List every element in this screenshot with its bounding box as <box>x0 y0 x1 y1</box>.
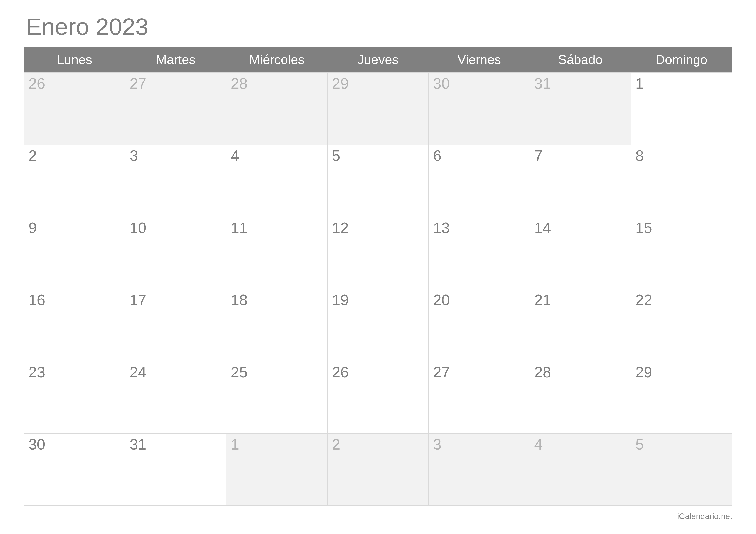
day-number: 31 <box>129 436 146 453</box>
day-number: 20 <box>433 292 450 309</box>
page-title: Enero 2023 <box>24 13 732 40</box>
day-number: 10 <box>129 219 146 236</box>
calendar-day-cell: 3 <box>429 433 530 506</box>
day-number: 3 <box>129 147 138 164</box>
calendar-week: 2627282930311 <box>24 73 732 145</box>
day-number: 30 <box>28 436 45 453</box>
calendar-day-cell: 4 <box>530 433 631 506</box>
day-number: 4 <box>231 147 239 164</box>
calendar-day-cell: 23 <box>24 361 125 433</box>
calendar-day-cell: 1 <box>226 433 327 506</box>
calendar-day-cell: 29 <box>327 73 428 145</box>
day-number: 28 <box>534 364 551 381</box>
calendar-day-cell: 30 <box>429 73 530 145</box>
calendar-week: 303112345 <box>24 433 732 506</box>
calendar-day-cell: 9 <box>24 217 125 289</box>
calendar-day-cell: 2 <box>327 433 428 506</box>
calendar-day-cell: 3 <box>125 145 226 217</box>
calendar-day-cell: 5 <box>327 145 428 217</box>
calendar-day-cell: 26 <box>327 361 428 433</box>
day-number: 2 <box>332 436 340 453</box>
calendar-week: 2345678 <box>24 145 732 217</box>
day-number: 22 <box>635 292 652 309</box>
calendar-day-cell: 15 <box>631 217 732 289</box>
calendar-day-cell: 26 <box>24 73 125 145</box>
weekday-header: Domingo <box>631 47 732 73</box>
calendar-day-cell: 25 <box>226 361 327 433</box>
weekday-header: Jueves <box>327 47 428 73</box>
day-number: 11 <box>231 219 248 236</box>
day-number: 21 <box>534 292 551 309</box>
calendar-day-cell: 11 <box>226 217 327 289</box>
calendar-day-cell: 10 <box>125 217 226 289</box>
calendar-week: 16171819202122 <box>24 289 732 361</box>
calendar-day-cell: 4 <box>226 145 327 217</box>
calendar-day-cell: 31 <box>125 433 226 506</box>
calendar-day-cell: 13 <box>429 217 530 289</box>
calendar-day-cell: 22 <box>631 289 732 361</box>
calendar-day-cell: 24 <box>125 361 226 433</box>
day-number: 29 <box>635 364 652 381</box>
day-number: 8 <box>635 147 644 164</box>
day-number: 9 <box>28 219 37 236</box>
day-number: 29 <box>332 75 349 92</box>
calendar-day-cell: 30 <box>24 433 125 506</box>
day-number: 7 <box>534 147 543 164</box>
day-number: 30 <box>433 75 450 92</box>
day-number: 14 <box>534 219 551 236</box>
day-number: 26 <box>332 364 349 381</box>
calendar-day-cell: 21 <box>530 289 631 361</box>
calendar-day-cell: 29 <box>631 361 732 433</box>
weekday-header: Viernes <box>429 47 530 73</box>
calendar-day-cell: 18 <box>226 289 327 361</box>
day-number: 15 <box>635 219 652 236</box>
calendar-day-cell: 1 <box>631 73 732 145</box>
calendar-day-cell: 31 <box>530 73 631 145</box>
calendar-container: Enero 2023 Lunes Martes Miércoles Jueves… <box>0 0 756 514</box>
day-number: 2 <box>28 147 37 164</box>
day-number: 28 <box>231 75 248 92</box>
day-number: 26 <box>28 75 45 92</box>
day-number: 1 <box>635 75 644 92</box>
calendar-header: Lunes Martes Miércoles Jueves Viernes Sá… <box>24 47 732 73</box>
calendar-week: 9101112131415 <box>24 217 732 289</box>
day-number: 24 <box>129 364 146 381</box>
day-number: 27 <box>129 75 146 92</box>
day-number: 25 <box>231 364 248 381</box>
calendar-day-cell: 14 <box>530 217 631 289</box>
calendar-day-cell: 27 <box>125 73 226 145</box>
weekday-header: Sábado <box>530 47 631 73</box>
day-number: 4 <box>534 436 543 453</box>
day-number: 18 <box>231 292 248 309</box>
day-number: 31 <box>534 75 551 92</box>
day-number: 3 <box>433 436 442 453</box>
day-number: 27 <box>433 364 450 381</box>
footer-credit: iCalendario.net <box>677 512 732 521</box>
calendar-week: 23242526272829 <box>24 361 732 433</box>
calendar-day-cell: 5 <box>631 433 732 506</box>
calendar-day-cell: 2 <box>24 145 125 217</box>
day-number: 5 <box>635 436 644 453</box>
day-number: 6 <box>433 147 442 164</box>
day-number: 19 <box>332 292 349 309</box>
calendar-day-cell: 17 <box>125 289 226 361</box>
calendar-day-cell: 28 <box>226 73 327 145</box>
calendar-day-cell: 27 <box>429 361 530 433</box>
weekday-header: Martes <box>125 47 226 73</box>
day-number: 23 <box>28 364 45 381</box>
day-number: 1 <box>231 436 239 453</box>
calendar-day-cell: 7 <box>530 145 631 217</box>
calendar-day-cell: 19 <box>327 289 428 361</box>
day-number: 17 <box>129 292 146 309</box>
calendar-body: 2627282930311234567891011121314151617181… <box>24 73 732 506</box>
day-number: 13 <box>433 219 450 236</box>
calendar-table: Lunes Martes Miércoles Jueves Viernes Sá… <box>24 47 732 506</box>
calendar-day-cell: 8 <box>631 145 732 217</box>
weekday-header: Miércoles <box>226 47 327 73</box>
calendar-day-cell: 20 <box>429 289 530 361</box>
day-number: 12 <box>332 219 349 236</box>
calendar-day-cell: 28 <box>530 361 631 433</box>
calendar-day-cell: 16 <box>24 289 125 361</box>
weekday-header: Lunes <box>24 47 125 73</box>
calendar-day-cell: 6 <box>429 145 530 217</box>
